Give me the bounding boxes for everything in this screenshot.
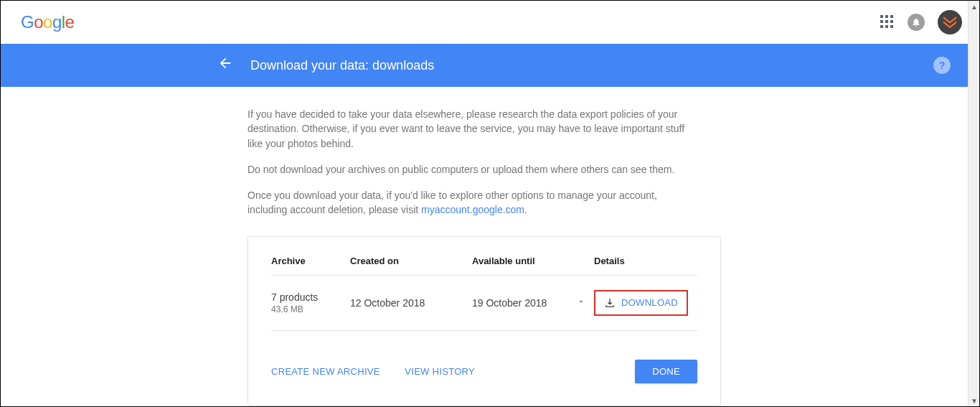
header-created: Created on (350, 256, 472, 266)
back-arrow-icon[interactable] (217, 55, 233, 75)
help-icon[interactable]: ? (933, 57, 951, 74)
view-history-button[interactable]: VIEW HISTORY (405, 366, 475, 377)
archive-card: Archive Created on Available until Detai… (248, 236, 721, 406)
intro-text-3: Once you download your data, if you'd li… (248, 188, 692, 217)
archive-products: 7 products (271, 291, 350, 303)
download-icon (604, 297, 616, 309)
topbar-right (880, 10, 962, 34)
created-cell: 12 October 2018 (350, 297, 472, 309)
details-cell: DOWNLOAD (594, 290, 697, 316)
done-button[interactable]: DONE (635, 360, 697, 383)
page-header: Download your data: downloads ? (1, 44, 968, 87)
card-actions: CREATE NEW ARCHIVE VIEW HISTORY DONE (271, 360, 697, 383)
table-header: Archive Created on Available until Detai… (271, 256, 697, 276)
archive-cell: 7 products 43.6 MB (271, 291, 350, 314)
user-avatar[interactable] (938, 10, 962, 34)
notifications-icon[interactable] (908, 14, 925, 31)
page-title: Download your data: downloads (250, 58, 434, 73)
apps-icon[interactable] (880, 15, 895, 29)
table-row: 7 products 43.6 MB 12 October 2018 19 Oc… (271, 276, 697, 331)
intro-text-2: Do not download your archives on public … (248, 162, 692, 177)
archive-size: 43.6 MB (271, 304, 350, 314)
header-details: Details (594, 256, 697, 266)
myaccount-link[interactable]: myaccount.google.com (421, 204, 524, 215)
topbar: Google (1, 1, 979, 44)
header-archive: Archive (271, 256, 350, 266)
scrollbar[interactable]: ▲ ▼ (968, 1, 979, 406)
scroll-up-icon[interactable]: ▲ (969, 1, 980, 12)
create-new-archive-button[interactable]: CREATE NEW ARCHIVE (271, 366, 380, 377)
intro-text-1: If you have decided to take your data el… (248, 107, 692, 151)
scroll-down-icon[interactable]: ▼ (969, 395, 980, 406)
content: If you have decided to take your data el… (1, 87, 718, 406)
google-logo[interactable]: Google (21, 12, 74, 32)
chevron-down-icon[interactable] (577, 297, 585, 308)
header-available: Available until (472, 256, 594, 266)
download-button[interactable]: DOWNLOAD (594, 290, 688, 316)
available-cell: 19 October 2018 (472, 297, 594, 309)
